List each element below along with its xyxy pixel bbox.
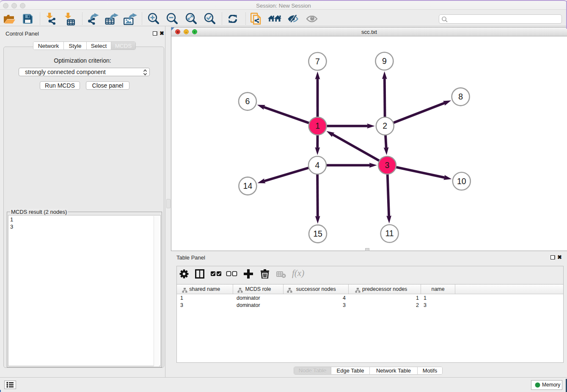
svg-text:11: 11 — [385, 229, 394, 238]
svg-text:6: 6 — [245, 97, 250, 106]
svg-text:10: 10 — [457, 177, 466, 186]
svg-text:3: 3 — [385, 160, 390, 170]
svg-text:8: 8 — [458, 92, 463, 101]
svg-text:2: 2 — [383, 121, 387, 130]
svg-text:15: 15 — [313, 229, 322, 238]
svg-text:1: 1 — [315, 121, 320, 130]
svg-text:9: 9 — [382, 56, 387, 66]
svg-text:7: 7 — [315, 57, 320, 66]
svg-text:4: 4 — [315, 160, 320, 170]
svg-text:14: 14 — [243, 181, 253, 190]
